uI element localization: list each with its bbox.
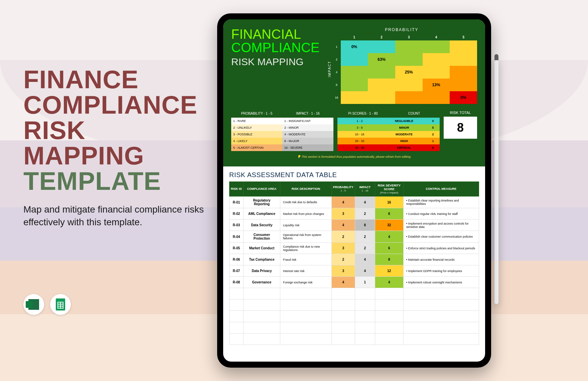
table-row: R-07 Data Privacy Interest rate risk 3 4… — [230, 265, 479, 277]
matrix-prob-header: 4 — [423, 34, 450, 40]
title-line-3: RISK — [23, 118, 210, 143]
cell-score: 6 — [375, 208, 403, 220]
cell-impact: 2 — [355, 243, 375, 254]
cell-impact: 1 — [355, 277, 375, 288]
col-risk-id: RISK ID — [230, 182, 244, 197]
cell-control: • Maintain accurate financial records — [403, 254, 479, 265]
matrix-cell — [368, 79, 395, 91]
cell-score: 4 — [375, 231, 403, 243]
cell-area: AML Compliance — [244, 208, 280, 220]
cell-score: 16 — [375, 197, 403, 208]
risk-total-box: RISK TOTAL 8 — [444, 111, 477, 151]
cell-area: Governance — [244, 277, 280, 288]
matrix-cell — [423, 66, 450, 79]
matrix-impact-label: 2 — [333, 53, 341, 66]
pi-range: 10 - 16 — [337, 131, 382, 138]
pi-range: 40 - 80 — [337, 144, 382, 151]
matrix-cell — [423, 91, 450, 104]
cell-control: • Conduct regular AML training for staff — [403, 208, 479, 220]
excel-badge — [23, 294, 44, 315]
cell-control: • Establish clear reporting timelines an… — [403, 197, 479, 208]
title-line-5: TEMPLATE — [23, 168, 210, 194]
sheets-badge — [50, 294, 71, 315]
impact-legend-row: 4 - MODERATE — [282, 131, 333, 138]
risk-matrix: PROBABILITY IMPACT 12345 10%263%425%813%… — [326, 27, 477, 104]
table-row: R-05 Market Conduct Compliance risk due … — [230, 243, 479, 254]
prob-legend-row: 4 - LIKELY — [231, 138, 282, 144]
pi-count: 2 — [426, 131, 440, 138]
cell-desc: Fraud risk — [280, 254, 332, 265]
excel-icon — [28, 299, 39, 310]
cell-desc: Operational risk from system failures — [280, 231, 332, 243]
pi-count: 5 — [426, 124, 440, 131]
panel-title-l3: RISK MAPPING — [231, 56, 320, 68]
cell-prob: 3 — [331, 208, 355, 220]
impact-legend-row: 2 - MINOR — [282, 124, 333, 131]
dashboard-panel: FINANCIAL COMPLIANCE RISK MAPPING PROBAB… — [223, 19, 485, 166]
matrix-cell — [423, 40, 450, 53]
matrix-cell: 0% — [450, 91, 477, 104]
pi-range: 20 - 32 — [337, 138, 382, 144]
pi-range: 3 - 8 — [337, 124, 382, 131]
matrix-cell — [423, 53, 450, 66]
cell-prob: 4 — [331, 220, 355, 231]
impact-legend-row: 16 - SEVERE — [282, 144, 333, 151]
auto-populate-note: 💡 This section is formulated thus popula… — [231, 155, 477, 158]
pi-count: 1 — [426, 138, 440, 144]
tablet-screen: FINANCIAL COMPLIANCE RISK MAPPING PROBAB… — [223, 19, 485, 362]
cell-control: • Implement GDPR training for employees — [403, 265, 479, 277]
table-row-empty — [230, 288, 479, 299]
cell-score: 12 — [375, 265, 403, 277]
col-desc: RISK DESCRIPTION — [280, 182, 332, 197]
prob-legend-header: PROBABILITY · 1 - 5 — [231, 111, 282, 116]
format-badges — [23, 294, 71, 315]
promo-subtitle: Map and mitigate financial compliance ri… — [23, 203, 210, 229]
matrix-cell: 63% — [368, 53, 395, 66]
table-row: R-03 Data Security Liquidity risk 4 8 32… — [230, 220, 479, 231]
pi-label: HIGH — [382, 138, 426, 144]
table-row-empty — [230, 311, 479, 322]
matrix-prob-header: 2 — [368, 34, 395, 40]
pi-label: NEGLIGIBLE — [382, 118, 426, 124]
cell-id: R-05 — [230, 243, 244, 254]
prob-legend-row: 1 - RARE — [231, 118, 282, 124]
cell-prob: 2 — [331, 254, 355, 265]
impact-axis-label: IMPACT — [326, 34, 333, 104]
table-row: R-08 Governance Foreign exchange risk 4 … — [230, 277, 479, 288]
cell-impact: 2 — [355, 208, 375, 220]
cell-impact: 4 — [355, 254, 375, 265]
matrix-cell — [395, 40, 423, 53]
table-row-empty — [230, 334, 479, 345]
matrix-cell — [395, 91, 423, 104]
matrix-impact-label: 4 — [333, 66, 341, 79]
panel-title-l2: COMPLIANCE — [231, 41, 320, 54]
matrix-impact-label: 1 — [333, 40, 341, 53]
cell-id: R-01 — [230, 197, 244, 208]
cell-control: • Enforce strict trading policies and bl… — [403, 243, 479, 254]
table-row: R-06 Tax Compliance Fraud risk 2 4 8 • M… — [230, 254, 479, 265]
cell-control: • Establish clear customer communication… — [403, 231, 479, 243]
prob-legend-row: 3 - POSSIBLE — [231, 131, 282, 138]
table-row: R-04 Consumer Protection Operational ris… — [230, 231, 479, 243]
cell-id: R-08 — [230, 277, 244, 288]
matrix-prob-header: 5 — [450, 34, 477, 40]
title-line-2: COMPLIANCE — [23, 92, 210, 118]
col-score: RISK SEVERITY SCORE(Prob x Impact) — [375, 182, 403, 197]
cell-desc: Interest rate risk — [280, 265, 332, 277]
cell-id: R-03 — [230, 220, 244, 231]
probability-axis-label: PROBABILITY — [326, 27, 477, 32]
cell-score: 4 — [375, 277, 403, 288]
cell-score: 8 — [375, 254, 403, 265]
col-area: COMPLIANCE AREA — [244, 182, 280, 197]
pi-range: 1 - 2 — [337, 118, 382, 124]
cell-desc: Compliance risk due to new regulations — [280, 243, 332, 254]
matrix-cell: 0% — [341, 40, 368, 53]
matrix-cell — [395, 79, 423, 91]
prob-legend-row: 2 - UNLIKELY — [231, 124, 282, 131]
pi-label: CRITICAL — [382, 144, 426, 151]
cell-id: R-04 — [230, 231, 244, 243]
cell-id: R-02 — [230, 208, 244, 220]
cell-prob: 2 — [331, 231, 355, 243]
cell-prob: 4 — [331, 197, 355, 208]
matrix-cell — [395, 53, 423, 66]
